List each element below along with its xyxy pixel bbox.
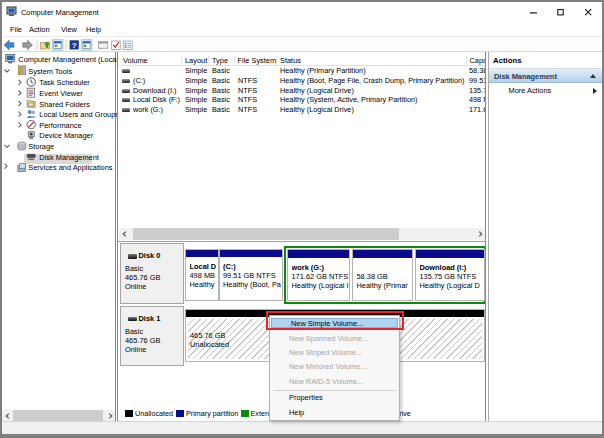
svg-text:?: ?: [72, 41, 77, 50]
